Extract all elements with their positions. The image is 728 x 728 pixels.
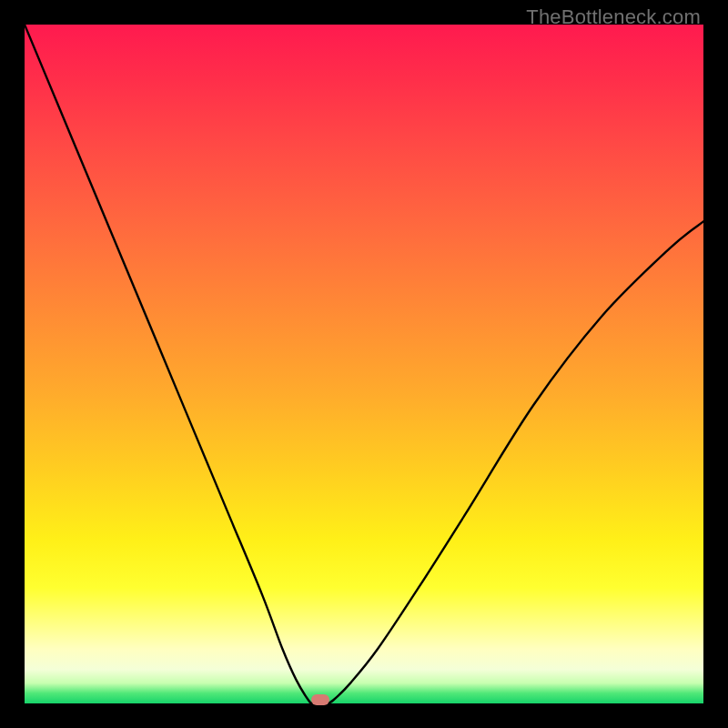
attribution-watermark: TheBottleneck.com bbox=[526, 5, 701, 29]
bottleneck-curve bbox=[25, 25, 703, 703]
chart-frame: TheBottleneck.com bbox=[0, 0, 728, 728]
plot-area bbox=[25, 25, 703, 703]
optimum-marker bbox=[311, 694, 329, 705]
